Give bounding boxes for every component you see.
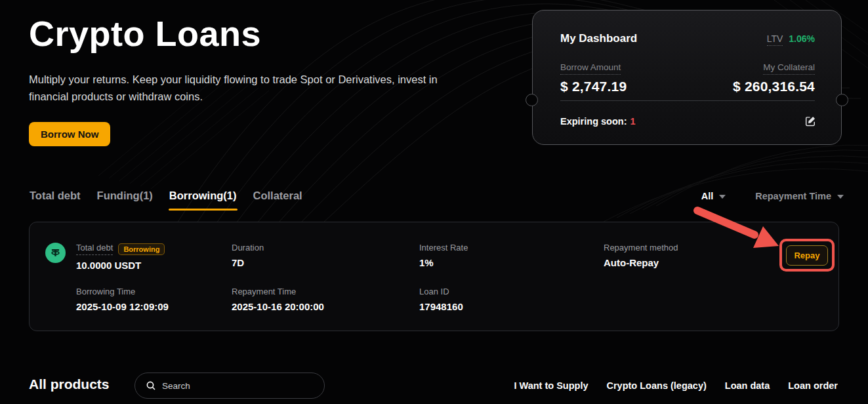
total-debt-label: Total debt (76, 243, 113, 255)
chevron-down-icon (719, 195, 726, 199)
ltv-indicator: LTV 1.06% (767, 33, 815, 44)
repayment-time-value: 2025-10-16 20:00:00 (232, 301, 324, 312)
tether-icon (45, 243, 66, 263)
borrowing-time-value: 2025-10-09 12:09:09 (76, 301, 169, 312)
product-links: I Want to Supply Crypto Loans (legacy) L… (514, 380, 838, 391)
collateral-block: My Collateral $ 260,316.54 (733, 61, 815, 94)
duration-value: 7D (232, 257, 264, 268)
tab-funding[interactable]: Funding(1) (96, 190, 154, 211)
expiring-label: Expiring soon: (560, 116, 627, 127)
borrow-amount-block: Borrow Amount $ 2,747.19 (560, 61, 627, 94)
loan-tabs: Total debt Funding(1) Borrowing(1) Colla… (29, 190, 303, 211)
expiring-count: 1 (630, 116, 636, 127)
edit-orders-button[interactable] (804, 114, 817, 128)
tab-collateral[interactable]: Collateral (253, 190, 303, 211)
tab-borrowing[interactable]: Borrowing(1) (169, 190, 238, 211)
chevron-down-icon (837, 195, 844, 199)
crypto-loans-page: Crypto Loans Multiply your returns. Keep… (0, 0, 868, 404)
repayment-time-label: Repayment Time (232, 287, 324, 296)
tab-total-debt[interactable]: Total debt (29, 190, 81, 211)
interest-rate-field: Interest Rate 1% (419, 243, 468, 268)
borrow-now-button[interactable]: Borrow Now (29, 122, 110, 146)
status-filter-value: All (701, 191, 714, 201)
sort-filter-value: Repayment Time (755, 191, 831, 201)
link-i-want-to-supply[interactable]: I Want to Supply (514, 380, 588, 391)
list-filters: All Repayment Time (701, 191, 844, 201)
link-loan-order[interactable]: Loan order (788, 380, 838, 391)
total-debt-value: 10.0000 USDT (76, 260, 165, 271)
borrow-amount-label: Borrow Amount (560, 62, 621, 75)
collateral-label: My Collateral (763, 62, 815, 75)
all-products-heading: All products (29, 376, 110, 392)
link-crypto-loans-legacy[interactable]: Crypto Loans (legacy) (607, 380, 707, 391)
page-title: Crypto Loans (29, 13, 488, 54)
borrowing-badge: Borrowing (118, 243, 165, 255)
borrowing-time-label: Borrowing Time (76, 287, 169, 296)
interest-rate-value: 1% (419, 257, 468, 268)
dashboard-divider (560, 100, 815, 101)
repayment-method-label: Repayment method (604, 243, 678, 253)
borrow-amount-value: $ 2,747.19 (560, 79, 627, 94)
loan-id-label: Loan ID (419, 287, 463, 296)
duration-field: Duration 7D (232, 243, 264, 268)
repay-button[interactable]: Repay (786, 245, 828, 266)
repayment-method-field: Repayment method Auto-Repay (604, 243, 678, 268)
card-notch-right (836, 94, 848, 106)
edit-icon (805, 119, 816, 129)
hero-section: Crypto Loans Multiply your returns. Keep… (29, 13, 488, 146)
loan-order-card: Total debt Borrowing 10.0000 USDT Durati… (29, 222, 839, 331)
sort-filter-dropdown[interactable]: Repayment Time (755, 191, 844, 201)
annotation-highlight-box: Repay (779, 239, 835, 272)
repayment-method-value: Auto-Repay (604, 257, 678, 268)
ltv-label: LTV (767, 33, 783, 46)
collateral-value: $ 260,316.54 (733, 79, 815, 94)
search-icon (146, 380, 156, 391)
duration-label: Duration (232, 243, 264, 253)
link-loan-data[interactable]: Loan data (725, 380, 770, 391)
search-box[interactable] (134, 373, 325, 399)
loan-id-field: Loan ID 17948160 (419, 287, 463, 312)
interest-rate-label: Interest Rate (419, 243, 468, 253)
my-dashboard-card: My Dashboard LTV 1.06% Borrow Amount $ 2… (532, 10, 842, 145)
page-subtitle: Multiply your returns. Keep your liquidi… (29, 71, 463, 105)
search-input[interactable] (162, 381, 314, 391)
card-notch-left (526, 94, 538, 106)
dashboard-title: My Dashboard (560, 32, 637, 45)
expiring-soon: Expiring soon:1 (560, 116, 636, 127)
repayment-time-field: Repayment Time 2025-10-16 20:00:00 (232, 287, 324, 312)
ltv-value: 1.06% (789, 33, 815, 44)
total-debt-field: Total debt Borrowing 10.0000 USDT (76, 243, 165, 271)
loan-id-value: 17948160 (419, 301, 463, 312)
status-filter-dropdown[interactable]: All (701, 191, 726, 201)
borrowing-time-field: Borrowing Time 2025-10-09 12:09:09 (76, 287, 169, 312)
